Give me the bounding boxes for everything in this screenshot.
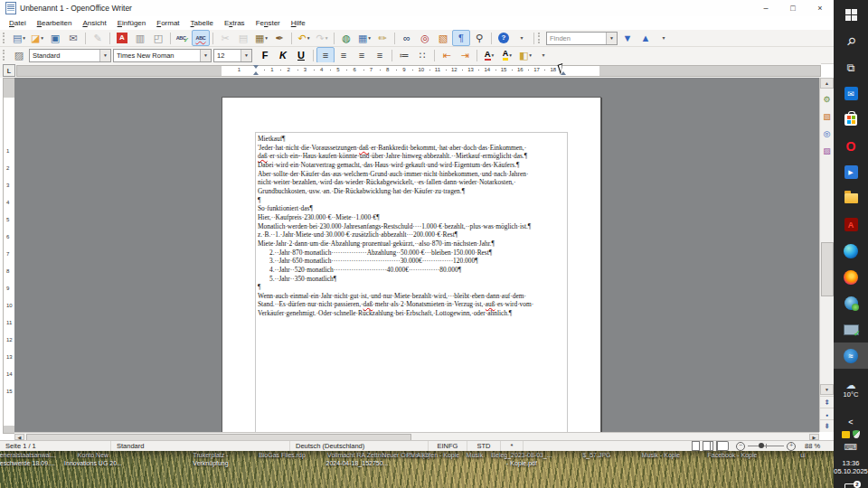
gallery-button[interactable]: ▧ <box>434 30 452 46</box>
first-line-indent-marker[interactable] <box>253 65 259 69</box>
zoom-out-icon[interactable]: − <box>736 442 745 451</box>
language-status[interactable]: Deutsch (Deutschland) <box>290 441 429 451</box>
align-center-button[interactable]: ≡ <box>335 47 353 63</box>
format-toolbar-options-button[interactable]: ▾ <box>534 47 552 63</box>
format-paintbrush-button[interactable]: ✒ <box>270 30 288 46</box>
undo-dropdown-icon[interactable]: ▾ <box>307 35 310 41</box>
page-preview-button[interactable]: ◰ <box>149 30 167 46</box>
font-size-select[interactable]: 12 ▼ <box>213 49 252 62</box>
horizontal-ruler[interactable]: L 1123456789101112131415161718 <box>0 62 821 78</box>
undo-button[interactable]: ↶▾ <box>295 30 313 46</box>
insert-mode-status[interactable]: EINFG <box>429 441 467 451</box>
find-toolbar-grip[interactable] <box>538 33 542 43</box>
taskbar-remote-globe-icon[interactable] <box>834 290 868 316</box>
weather-widget[interactable]: ☁ 10°C <box>834 374 868 405</box>
page-style-status[interactable]: Standard <box>111 441 290 451</box>
toolbar-options-button[interactable]: ▾ <box>513 30 531 46</box>
scroll-up-button[interactable]: ▲ <box>820 78 834 89</box>
formatting-toolbar-grip[interactable] <box>3 50 7 61</box>
find-down-button[interactable]: ▼ <box>618 30 637 46</box>
menu-tabelle[interactable]: Tabelle <box>185 17 219 29</box>
taskbar-firefox-icon[interactable] <box>834 264 868 290</box>
page-number-status[interactable]: Seite 1 / 1 <box>0 441 111 451</box>
taskbar-start-icon[interactable] <box>834 2 868 28</box>
taskbar-file-explorer-icon[interactable] <box>834 185 868 211</box>
align-right-button[interactable]: ≡ <box>353 47 371 63</box>
close-button[interactable]: × <box>807 0 834 16</box>
formatting-marks-button[interactable]: ¶ <box>452 30 470 46</box>
highlighting-dropdown-icon[interactable]: ▾ <box>509 52 512 58</box>
taskbar-opera-icon[interactable]: O <box>834 133 868 159</box>
draw-functions-button[interactable]: ✏ <box>373 30 392 46</box>
taskbar-clock[interactable]: 13:36 05.10.2025 <box>834 459 868 475</box>
styles-panel-button[interactable]: ▨ <box>10 47 28 63</box>
minimize-button[interactable]: – <box>752 0 779 16</box>
bold-button[interactable]: F <box>256 47 274 63</box>
desktop-icon-label[interactable]: Musik - Kopie <box>642 452 680 460</box>
desktop-icon-label[interactable]: Trukerplatz -Verknüpfung <box>193 452 228 467</box>
multi-page-view-icon[interactable] <box>703 441 711 451</box>
zoom-track[interactable] <box>748 446 784 446</box>
desktop-icon-label[interactable]: BioGas Files.rdp <box>259 452 306 460</box>
insert-table-button[interactable]: ▦▾ <box>355 30 373 46</box>
document-text[interactable]: Mietkauf¶'Jeder·hat·nicht·die·Voraussetz… <box>258 135 566 318</box>
scroll-right-button[interactable]: ▶ <box>809 434 819 440</box>
sidebar-styles-icon[interactable]: ▨ <box>820 142 834 159</box>
notification-center-icon[interactable]: 2 <box>844 483 857 488</box>
desktop-icon-label[interactable]: Facebook - Kopie <box>708 452 758 460</box>
help-button[interactable]: ? <box>495 30 513 46</box>
auto-spellcheck-button[interactable]: ABC <box>192 30 210 46</box>
paste-dropdown-icon[interactable]: ▾ <box>265 35 268 41</box>
zoom-thumb[interactable] <box>759 443 764 448</box>
taskbar-mail-icon[interactable]: ✉ <box>834 80 868 107</box>
desktop-icon-label[interactable]: Konto NewInnovations UG 20... <box>64 452 122 467</box>
tray-expand-icon[interactable]: < <box>848 418 853 427</box>
single-page-view-icon[interactable] <box>692 441 700 451</box>
taskbar-movies-tv-icon[interactable]: ▶ <box>834 159 868 185</box>
defender-tray-icon[interactable] <box>853 430 860 438</box>
print-button[interactable]: ▥ <box>131 30 149 46</box>
menu-extras[interactable]: Extras <box>219 17 250 29</box>
new-document-dropdown-icon[interactable]: ▾ <box>23 35 25 41</box>
insert-table-dropdown-icon[interactable]: ▾ <box>368 35 371 41</box>
scroll-left-button[interactable]: ◀ <box>14 434 24 440</box>
previous-page-button[interactable]: ⇞ <box>820 396 834 408</box>
find-dropdown-icon[interactable]: ▼ <box>606 33 617 44</box>
vertical-scrollbar[interactable]: ▲ ⚙▧◎▨ ▼ ⇞ ● ⇟ <box>819 78 834 432</box>
touch-keyboard-icon[interactable]: ⌨ <box>844 442 857 452</box>
increase-indent-button[interactable]: ⇥ <box>456 47 474 63</box>
open-dropdown-icon[interactable]: ▾ <box>41 35 43 41</box>
numbering-button[interactable]: ≔ <box>395 47 413 63</box>
find-replace-button[interactable]: ∞ <box>398 30 416 46</box>
taskbar-microsoft-store-icon[interactable] <box>834 107 868 133</box>
email-button[interactable]: ✉ <box>64 30 82 46</box>
taskbar-openoffice-icon[interactable]: ≈ <box>834 343 868 369</box>
font-size-dropdown-icon[interactable]: ▼ <box>241 50 251 61</box>
spellcheck-button[interactable]: ABC✓ <box>174 30 192 46</box>
chat-tray-icon[interactable] <box>842 431 850 438</box>
taskbar-edge-icon[interactable] <box>834 238 868 264</box>
vertical-ruler[interactable]: 123456789101112131415 <box>3 78 15 434</box>
justify-button[interactable]: ≡ <box>371 47 389 63</box>
vertical-scroll-thumb[interactable] <box>821 242 834 296</box>
desktop-icon-label[interactable]: Vollmacht RA Zettner2024-04-18_152750... <box>326 452 389 467</box>
background-color-button[interactable]: ◧▾ <box>516 47 534 63</box>
left-indent-marker[interactable] <box>253 71 259 75</box>
navigator-button[interactable]: ◎ <box>416 30 434 46</box>
desktop-icon-label[interactable]: Musik <box>467 452 483 460</box>
desktop-icon-label[interactable]: Generalstaatsanwal...Beschwerde 18.09...… <box>0 452 56 467</box>
export-pdf-button[interactable]: A <box>113 30 131 46</box>
zoom-button[interactable]: ⚲ <box>470 30 488 46</box>
maximize-button[interactable]: □ <box>779 0 807 16</box>
bullets-button[interactable]: ∷ <box>413 47 431 63</box>
tab-stop-selector[interactable]: L <box>3 64 15 77</box>
menu-hilfe[interactable]: Hilfe <box>286 17 311 29</box>
hyperlink-button[interactable]: ◍ <box>337 30 355 46</box>
taskbar-pc-security-icon[interactable] <box>834 316 868 343</box>
font-color-button[interactable]: A▾ <box>480 47 498 63</box>
taskbar-search-icon[interactable]: ⚲ <box>834 28 868 54</box>
navigation-button[interactable]: ● <box>820 408 834 420</box>
menu-bearbeiten[interactable]: Bearbeiten <box>32 17 78 29</box>
font-color-dropdown-icon[interactable]: ▾ <box>492 52 495 58</box>
find-input[interactable]: Finden ▼ <box>546 32 618 45</box>
